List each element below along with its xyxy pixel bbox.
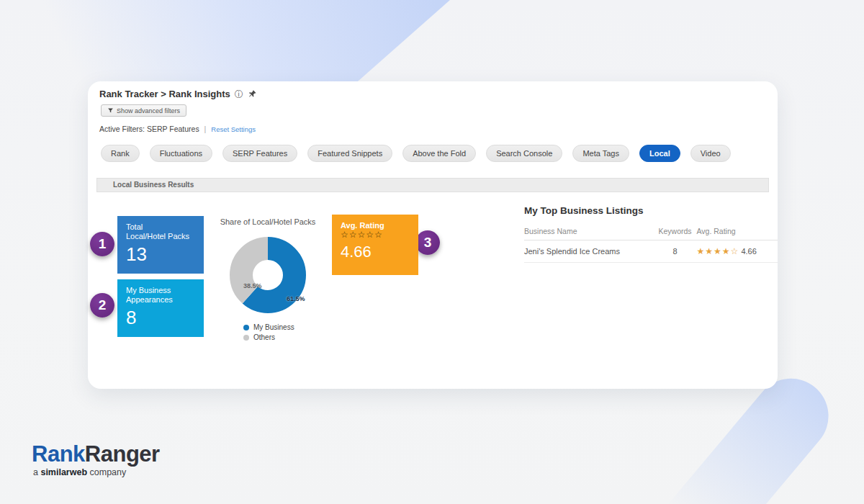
tab-fluctuations[interactable]: Fluctuations xyxy=(150,145,212,162)
annotation-badge-2: 2 xyxy=(90,293,114,318)
stat-label-line2: Appearances xyxy=(126,295,195,305)
tab-above-the-fold[interactable]: Above the Fold xyxy=(402,145,476,162)
show-advanced-filters-label: Show advanced filters xyxy=(117,107,180,114)
page-background: Rank Tracker > Rank Insights ⓘ Show adva… xyxy=(0,0,864,504)
tagline-similarweb: similarweb xyxy=(40,467,87,477)
stat-label-line1: Total xyxy=(126,222,195,232)
avg-rating-cell: ★★★★☆ 4.66 xyxy=(697,240,778,263)
legend-item-my-business: My Business xyxy=(243,323,333,333)
active-filters-text: Active Filters: SERP Features xyxy=(99,125,199,133)
stat-card-total-local-hotel-packs: Total Local/Hotel Packs 13 xyxy=(117,216,204,274)
tab-bar: RankFluctuationsSERP FeaturesFeatured Sn… xyxy=(101,145,731,162)
tab-rank[interactable]: Rank xyxy=(101,145,140,162)
logo-tagline: a similarweb company xyxy=(33,467,160,477)
tab-featured-snippets[interactable]: Featured Snippets xyxy=(307,145,392,162)
logo-wordmark: RankRanger xyxy=(32,442,160,467)
tab-search-console[interactable]: Search Console xyxy=(486,145,562,162)
donut-chart: 61.5% 38.5% xyxy=(225,232,311,318)
tab-serp-features[interactable]: SERP Features xyxy=(222,145,297,162)
section-header: Local Business Results xyxy=(96,178,769,192)
reset-settings-link[interactable]: Reset Settings xyxy=(211,125,256,133)
tab-local[interactable]: Local xyxy=(639,145,680,162)
table-row: Jeni's Splendid Ice Creams8★★★★☆ 4.66 xyxy=(524,240,778,263)
annotation-badge-3: 3 xyxy=(415,230,440,255)
stat-label-line1: My Business xyxy=(126,286,195,295)
tab-video[interactable]: Video xyxy=(690,145,731,162)
keywords-count: 8 xyxy=(654,240,697,263)
avg-rating-card: Avg. Rating ☆☆☆☆☆ 4.66 xyxy=(332,215,418,275)
active-filters-separator: | xyxy=(204,125,207,133)
rating-stars-icon: ☆☆☆☆☆ xyxy=(341,230,410,240)
breadcrumb-row: Rank Tracker > Rank Insights ⓘ xyxy=(99,89,257,99)
donut-slice-label-others: 38.5% xyxy=(243,282,262,289)
column-header-business-name: Business Name xyxy=(524,223,654,240)
donut-chart-title: Share of Local/Hotel Packs xyxy=(203,217,333,226)
rankranger-logo: RankRanger a similarweb company xyxy=(32,442,160,477)
avg-rating-label: Avg. Rating xyxy=(341,221,410,230)
tagline-suffix: company xyxy=(87,467,126,477)
legend-dot-icon xyxy=(243,325,249,330)
rating-value: 4.66 xyxy=(739,247,756,256)
stat-label-line2: Local/Hotel Packs xyxy=(126,232,195,241)
funnel-icon xyxy=(107,107,114,114)
show-advanced-filters-button[interactable]: Show advanced filters xyxy=(101,104,186,117)
logo-ranger: Ranger xyxy=(85,441,160,467)
top-business-listings: My Top Business Listings Business NameKe… xyxy=(524,205,778,263)
legend-label: Others xyxy=(253,333,275,343)
column-header-avg-rating: Avg. Rating xyxy=(697,223,778,240)
donut-slice-label-my-business: 61.5% xyxy=(287,295,305,302)
logo-rank: Rank xyxy=(32,441,85,467)
column-header-keywords: Keywords xyxy=(654,223,697,240)
stat-value: 13 xyxy=(126,243,195,265)
donut-chart-block: Share of Local/Hotel Packs 61.5% 38.5% M… xyxy=(203,217,333,343)
annotation-badge-1: 1 xyxy=(90,232,114,256)
main-panel: Rank Tracker > Rank Insights ⓘ Show adva… xyxy=(88,81,778,389)
legend-dot-icon xyxy=(243,335,249,341)
tab-meta-tags[interactable]: Meta Tags xyxy=(572,145,629,162)
legend-label: My Business xyxy=(253,323,294,333)
listings-table: Business NameKeywordsAvg. Rating Jeni's … xyxy=(524,223,778,263)
avg-rating-value: 4.66 xyxy=(341,243,410,261)
pushpin-icon[interactable] xyxy=(248,89,257,99)
breadcrumb: Rank Tracker > Rank Insights xyxy=(99,89,230,99)
stat-value: 8 xyxy=(126,307,195,328)
donut-legend: My BusinessOthers xyxy=(243,323,333,343)
active-filters: Active Filters: SERP Features | Reset Se… xyxy=(99,125,256,133)
star-rating-icon: ★★★★☆ xyxy=(697,246,739,256)
stat-card-my-business-appearances: My Business Appearances 8 xyxy=(117,279,204,337)
legend-item-others: Others xyxy=(243,333,333,343)
info-icon[interactable]: ⓘ xyxy=(235,90,243,99)
business-name: Jeni's Splendid Ice Creams xyxy=(524,240,654,263)
listings-title: My Top Business Listings xyxy=(524,205,778,216)
donut-svg xyxy=(225,232,311,318)
tagline-prefix: a xyxy=(33,467,40,477)
